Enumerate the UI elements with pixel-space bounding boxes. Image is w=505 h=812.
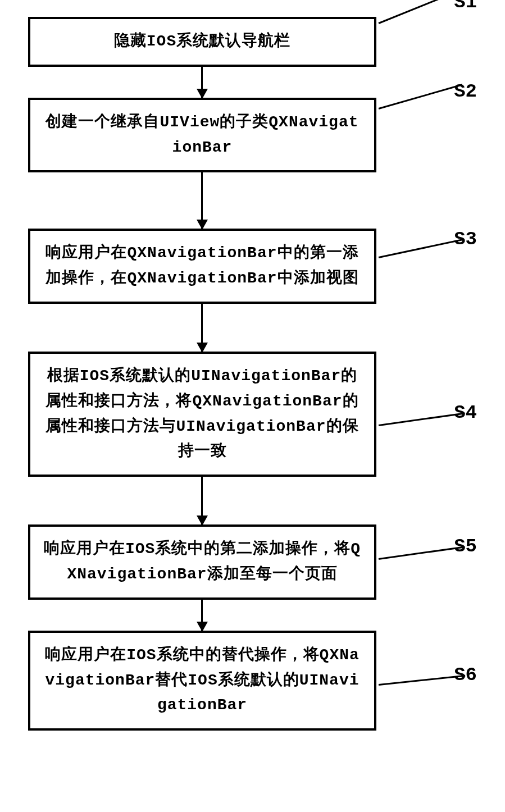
arrow-3 xyxy=(201,304,203,352)
step-s5: 响应用户在IOS系统中的第二添加操作，将QXNavigationBar添加至每一… xyxy=(28,524,477,600)
step-s1: 隐藏IOS系统默认导航栏 S1 xyxy=(28,17,477,67)
step-label-s1: S1 xyxy=(454,0,477,13)
step-label-s6: S6 xyxy=(454,664,477,686)
step-s6: 响应用户在IOS系统中的替代操作，将QXNavigationBar替代IOS系统… xyxy=(28,631,477,731)
step-label-s5: S5 xyxy=(454,536,477,557)
step-box-s3: 响应用户在QXNavigationBar中的第一添加操作，在QXNavigati… xyxy=(28,229,376,304)
arrow-1 xyxy=(201,67,203,98)
step-label-s3: S3 xyxy=(454,229,477,250)
step-s3: 响应用户在QXNavigationBar中的第一添加操作，在QXNavigati… xyxy=(28,229,477,304)
label-connector-s2 xyxy=(379,84,463,110)
step-s2: 创建一个继承自UIView的子类QXNavigationBar S2 xyxy=(28,98,477,173)
step-box-s5: 响应用户在IOS系统中的第二添加操作，将QXNavigationBar添加至每一… xyxy=(28,524,376,600)
arrow-4 xyxy=(201,477,203,524)
step-s4: 根据IOS系统默认的UINavigationBar的属性和接口方法，将QXNav… xyxy=(28,352,477,477)
arrow-2 xyxy=(201,172,203,229)
label-connector-s4 xyxy=(379,412,465,426)
label-connector-s1 xyxy=(378,0,459,24)
step-box-s2: 创建一个继承自UIView的子类QXNavigationBar xyxy=(28,98,376,173)
step-box-s6: 响应用户在IOS系统中的替代操作，将QXNavigationBar替代IOS系统… xyxy=(28,631,376,731)
step-label-s2: S2 xyxy=(454,81,477,102)
arrow-5 xyxy=(201,600,203,631)
step-label-s4: S4 xyxy=(454,402,477,423)
label-connector-s6 xyxy=(379,675,465,686)
step-box-s1: 隐藏IOS系统默认导航栏 xyxy=(28,17,376,67)
label-connector-s5 xyxy=(379,546,465,560)
label-connector-s3 xyxy=(379,239,464,258)
step-box-s4: 根据IOS系统默认的UINavigationBar的属性和接口方法，将QXNav… xyxy=(28,352,376,477)
flowchart-container: 隐藏IOS系统默认导航栏 S1 创建一个继承自UIView的子类QXNaviga… xyxy=(0,0,505,747)
